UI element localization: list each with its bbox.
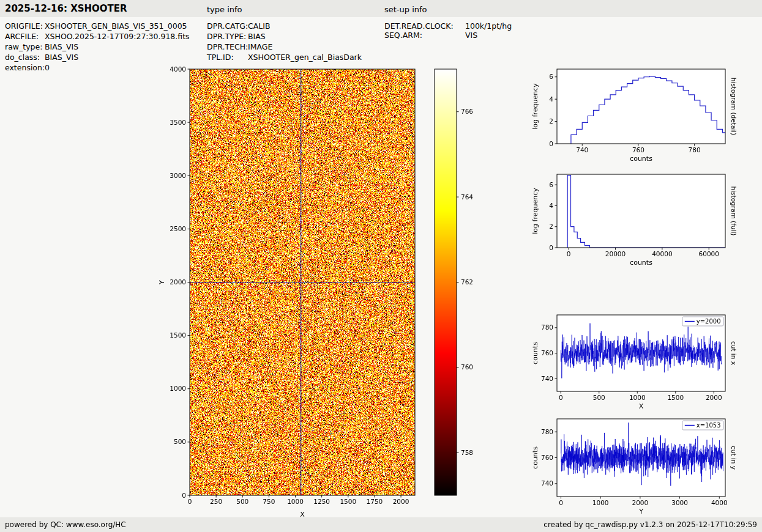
svg-text:counts: counts [531, 446, 539, 469]
svg-text:2: 2 [549, 223, 553, 230]
svg-text:Y: Y [158, 280, 166, 285]
dpr-tech-value: IMAGE [248, 42, 272, 51]
origfile-label: ORIGFILE: [5, 21, 45, 31]
svg-text:760: 760 [461, 363, 473, 371]
dpr-type-value: BIAS [248, 32, 266, 41]
svg-text:780: 780 [541, 428, 553, 435]
svg-text:740: 740 [576, 146, 588, 153]
svg-text:20000: 20000 [605, 250, 626, 257]
svg-text:760: 760 [541, 454, 553, 461]
cut-y-plot: 01000200030004000740760780Ycountscut in … [531, 419, 738, 515]
svg-text:2: 2 [549, 117, 553, 125]
type-info-row: DPR.TECH:IMAGE [207, 42, 272, 51]
svg-text:1000: 1000 [592, 499, 609, 506]
hist_full-step-line [567, 175, 725, 248]
svg-text:log frequency: log frequency [531, 188, 539, 234]
read-clock-value: 100k/1pt/hg [465, 21, 512, 31]
svg-text:0: 0 [182, 492, 186, 499]
svg-text:2000: 2000 [632, 499, 649, 506]
svg-text:1750: 1750 [367, 498, 383, 505]
cut_x-noise-line [561, 323, 722, 379]
svg-text:histogram (full): histogram (full) [730, 187, 738, 236]
page-title: 2025-12-16: XSHOOTER [5, 3, 127, 14]
rawtype-value: BIAS_VIS [45, 42, 78, 51]
svg-text:counts: counts [630, 259, 652, 267]
footer-qc-link: powered by QC: www.eso.org/HC [5, 520, 126, 529]
tpl-id-label: TPL.ID: [207, 53, 248, 62]
svg-text:4: 4 [549, 202, 553, 209]
svg-text:0: 0 [549, 244, 553, 251]
svg-text:740: 740 [541, 375, 553, 382]
hist-full-plot: 02000040000600000246countslog frequencyh… [531, 174, 738, 267]
svg-text:y=2000: y=2000 [697, 318, 721, 325]
svg-text:1000: 1000 [170, 385, 186, 392]
svg-text:counts: counts [531, 342, 539, 364]
svg-text:x=1053: x=1053 [697, 422, 721, 429]
svg-text:740: 740 [541, 479, 553, 487]
hist-detail-plot: 7407607800246countslog frequencyhistogra… [531, 69, 738, 163]
svg-text:2000: 2000 [706, 394, 722, 401]
svg-text:Y: Y [638, 508, 643, 515]
seq-arm-value: VIS [465, 31, 477, 40]
extension-value: 0 [45, 63, 50, 72]
svg-text:500: 500 [236, 498, 248, 505]
bias-frame-image [190, 69, 415, 495]
cut-x-plot: 0500100015002000740760780Xcountscut in x… [531, 315, 738, 410]
svg-text:6: 6 [549, 73, 553, 80]
setup-info-heading: set-up info [384, 5, 427, 14]
doclass-value: BIAS_VIS [45, 53, 78, 62]
tpl-id-value: XSHOOTER_gen_cal_BiasDark [248, 53, 362, 62]
svg-text:760: 760 [541, 349, 553, 357]
svg-text:cut in x: cut in x [730, 341, 738, 365]
svg-text:histogram (detail): histogram (detail) [730, 78, 738, 135]
svg-text:500: 500 [174, 438, 186, 445]
hist_detail-step-line [571, 76, 734, 144]
svg-text:4000: 4000 [170, 65, 186, 73]
type-info-row: TPL.ID:XSHOOTER_gen_cal_BiasDark [207, 53, 362, 62]
svg-text:1250: 1250 [313, 498, 330, 505]
file-info-row: extension:0 [5, 63, 50, 72]
svg-text:2000: 2000 [393, 498, 409, 505]
svg-text:764: 764 [461, 193, 473, 201]
colorbar [435, 69, 457, 495]
setup-info-row: DET.READ.CLOCK:100k/1pt/hg [384, 21, 512, 31]
file-info-row: ARCFILE:XSHOO.2025-12-17T09:27:30.918.fi… [5, 32, 190, 41]
svg-text:1000: 1000 [629, 394, 646, 401]
svg-text:1500: 1500 [170, 331, 186, 339]
arcfile-label: ARCFILE: [5, 32, 45, 41]
svg-text:750: 750 [263, 498, 275, 505]
origfile-value: XSHOOTER_GEN_BIAS_VIS_351_0005 [45, 21, 187, 31]
svg-text:766: 766 [461, 108, 473, 115]
svg-text:0: 0 [188, 498, 192, 505]
svg-text:X: X [639, 402, 644, 410]
svg-text:760: 760 [632, 146, 644, 153]
svg-text:0: 0 [559, 394, 563, 401]
dpr-catg-label: DPR.CATG: [207, 21, 248, 31]
file-info-row: raw_type:BIAS_VIS [5, 42, 78, 51]
dpr-catg-value: CALIB [248, 21, 271, 31]
type-info-row: DPR.CATG:CALIB [207, 21, 271, 31]
cut_y-noise-line [561, 423, 723, 486]
extension-label: extension: [5, 63, 45, 72]
svg-text:780: 780 [689, 146, 701, 153]
svg-text:1500: 1500 [340, 498, 356, 505]
svg-text:0: 0 [559, 499, 563, 506]
svg-text:500: 500 [593, 394, 605, 401]
svg-text:3000: 3000 [671, 499, 688, 506]
setup-info-row: SEQ.ARM:VIS [384, 31, 477, 40]
svg-text:4000: 4000 [711, 499, 728, 506]
svg-text:1000: 1000 [287, 498, 304, 505]
read-clock-label: DET.READ.CLOCK: [384, 21, 465, 31]
svg-text:60000: 60000 [699, 250, 719, 257]
svg-text:758: 758 [461, 449, 473, 456]
dpr-tech-label: DPR.TECH: [207, 42, 248, 51]
svg-text:3000: 3000 [170, 172, 186, 179]
svg-text:2000: 2000 [170, 278, 186, 286]
svg-text:250: 250 [210, 498, 222, 505]
dpr-type-label: DPR.TYPE: [207, 32, 248, 41]
svg-text:6: 6 [549, 181, 553, 188]
svg-text:log frequency: log frequency [531, 83, 539, 130]
svg-text:counts: counts [630, 155, 652, 163]
svg-text:40000: 40000 [652, 250, 672, 257]
svg-text:762: 762 [461, 278, 473, 286]
